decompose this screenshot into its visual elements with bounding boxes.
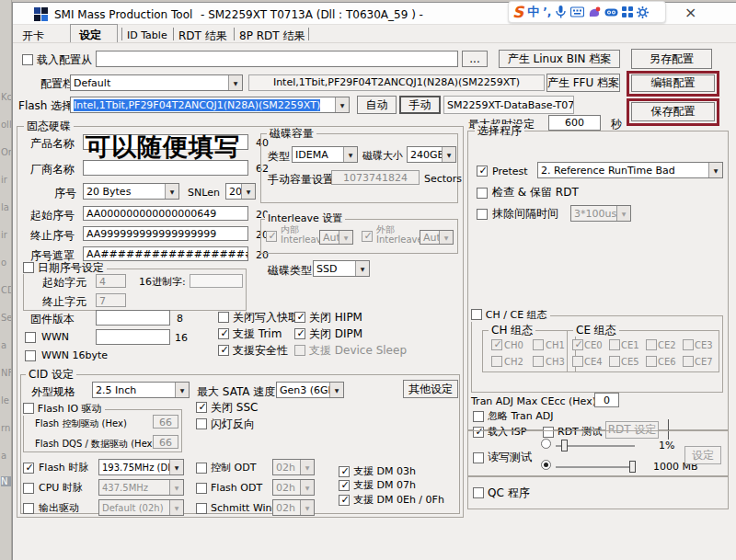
security-checkbox[interactable] [218,345,229,356]
flash-clock-checkbox[interactable] [23,463,34,474]
tab-settings[interactable]: 设定 [79,28,101,43]
snlen-dropdown[interactable]: 20▼ [225,183,256,200]
dm07-checkbox[interactable] [339,480,350,491]
schmitt-window-dropdown[interactable]: 02h▼ [272,499,315,516]
sn-mask-input[interactable]: AA################## [83,246,248,261]
pretest-dropdown[interactable]: 2. Reference RunTime Bad▼ [537,162,723,178]
profile-dropdown[interactable]: Default▼ [70,74,243,91]
eyes-icon[interactable] [604,7,618,17]
timeout-input[interactable]: 600 [548,115,601,131]
save-as-config-button[interactable]: 另存配置 [631,49,712,69]
punctuation-icon[interactable]: ’, [543,6,551,18]
cpu-clock-dropdown[interactable]: 437.5MHz▼ [98,479,184,496]
chce-checkbox[interactable] [471,309,482,320]
form-factor-dropdown[interactable]: 2.5 Inch▼ [92,382,190,398]
flash-odt-dropdown[interactable]: 02h▼ [272,479,315,496]
save-config-button[interactable]: 保存配置 [631,102,715,121]
rw-percent-slider-thumb[interactable] [561,440,568,451]
gear-icon[interactable] [637,6,649,18]
ignore-tran-checkbox[interactable] [473,411,484,422]
flash-clock-dropdown[interactable]: 193.75MHz (DDR-387▼ [98,459,184,475]
ce5-checkbox[interactable] [609,356,620,367]
gen-ffu-button[interactable]: 产生 FFU 档案 [546,74,620,92]
disk-size-dropdown[interactable]: 240GB▼ [407,146,456,163]
erase-interval-dropdown[interactable]: 3*100us▼ [570,205,631,222]
ce2-checkbox[interactable] [646,339,657,350]
internal-interleave-dropdown[interactable]: Auto▼ [319,230,353,245]
sata-speed-dropdown[interactable]: Gen3 (6Gb)▼ [276,382,344,398]
ce0-checkbox[interactable] [572,339,583,350]
led-invert-checkbox[interactable] [196,418,207,429]
sn-start-input[interactable]: AA000000000000000649 [83,206,248,221]
ch1-checkbox[interactable] [533,339,544,350]
trim-checkbox[interactable] [218,328,229,339]
rw-size-slider-track[interactable] [556,466,635,468]
ctrl-odt-dropdown[interactable]: 02h▼ [272,459,315,475]
internal-interleave-checkbox[interactable] [266,231,277,242]
ctrl-odt-checkbox[interactable] [196,463,207,474]
ce3-checkbox[interactable] [683,339,694,350]
ce7-checkbox[interactable] [683,356,694,367]
skin-icon[interactable] [588,6,601,18]
output-drive-dropdown[interactable]: Default (02h)▼ [98,499,184,516]
ch2-checkbox[interactable] [491,356,502,367]
disk-type-dropdown[interactable]: SSD▼ [313,260,370,277]
ch0-checkbox[interactable] [491,339,502,350]
ce6-checkbox[interactable] [646,356,657,367]
flash-odt-checkbox[interactable] [196,483,207,494]
load-config-checkbox[interactable] [22,54,33,65]
rw-percent-radio[interactable] [541,439,551,449]
rw-test-checkbox[interactable] [473,452,484,463]
cpu-clock-checkbox[interactable] [23,483,34,494]
dm03-checkbox[interactable] [339,466,350,477]
wwn-checkbox[interactable] [25,332,36,343]
output-drive-checkbox[interactable] [23,503,34,514]
rw-size-radio[interactable] [541,460,551,470]
flash-io-checkbox[interactable] [23,403,34,414]
flash-select-dropdown[interactable]: Intel,1Tbit,PF29F04T2ANCQJ1(N28A)(SM2259… [70,97,350,113]
flash-ctrl-drive-input[interactable]: 66 [153,415,178,429]
close-icon[interactable]: × [684,4,696,21]
manual-capacity-input[interactable]: 1073741824 [331,170,420,185]
tran-adj-input[interactable]: 0 [594,393,619,407]
external-interleave-checkbox[interactable] [362,231,373,242]
dipm-checkbox[interactable] [294,328,305,339]
check-keep-rdt-checkbox[interactable] [477,188,488,199]
wwn16-checkbox[interactable] [25,350,36,361]
hipm-checkbox[interactable] [294,312,305,323]
sn-end-input[interactable]: AA999999999999999999 [83,226,248,241]
flash-dqs-drive-input[interactable]: 66 [153,435,178,449]
devsleep-checkbox[interactable] [294,345,305,356]
capacity-type-dropdown[interactable]: IDEMA▼ [292,146,358,163]
language-icon[interactable]: 中 [527,4,539,20]
erase-interval-checkbox[interactable] [477,209,488,220]
ch3-checkbox[interactable] [533,356,544,367]
external-interleave-dropdown[interactable]: Auto▼ [420,230,454,245]
dm0e-checkbox[interactable] [339,495,350,506]
ce1-checkbox[interactable] [609,339,620,350]
pretest-checkbox[interactable] [477,166,488,177]
sogou-logo-icon[interactable]: S [512,4,523,20]
schmitt-window-checkbox[interactable] [196,503,207,514]
ce4-checkbox[interactable] [572,356,583,367]
keyboard-icon[interactable] [570,6,584,17]
date-start-input[interactable]: 4 [96,274,126,288]
load-config-path-input[interactable] [96,51,458,67]
rw-size-slider-thumb[interactable] [629,461,636,473]
auto-button[interactable]: 自动 [357,96,397,114]
firmware-input[interactable] [96,310,170,326]
microphone-icon[interactable] [555,6,567,18]
date-serial-checkbox[interactable] [23,262,34,273]
hex-input[interactable] [190,274,243,288]
gen-linux-bin-button[interactable]: 产生 Linux BIN 档案 [499,50,620,68]
browse-button[interactable]: ... [462,51,488,67]
wwn-input[interactable] [96,329,170,345]
serial-type-dropdown[interactable]: 20 Bytes▼ [83,183,179,200]
disable-write-cache-checkbox[interactable] [218,312,229,323]
edit-config-button[interactable]: 编辑配置 [631,74,715,92]
apps-grid-icon[interactable] [622,6,633,17]
ssc-checkbox[interactable] [196,402,207,413]
other-settings-button[interactable]: 其他设定 [403,380,458,398]
tab-id-table[interactable]: ID Table [127,29,167,41]
qc-checkbox[interactable] [473,487,484,498]
